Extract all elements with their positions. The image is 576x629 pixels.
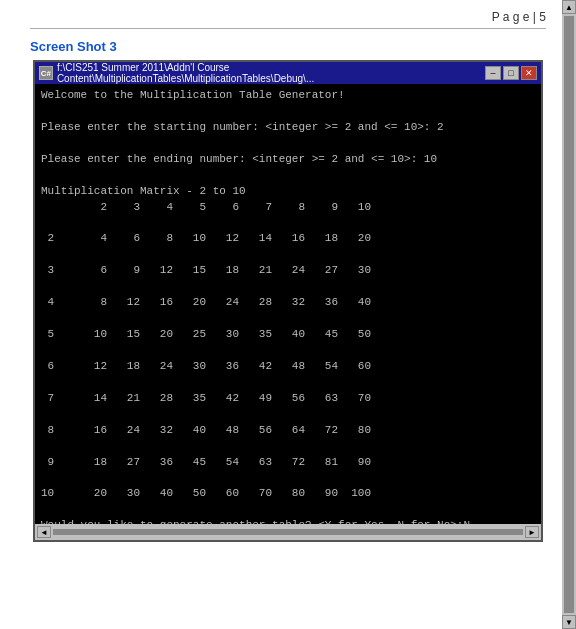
app-icon: C# xyxy=(39,66,53,80)
console-area: Welcome to the Multiplication Table Gene… xyxy=(35,84,541,524)
page-container: P a g e | 5 Screen Shot 3 C# f:\CIS251 S… xyxy=(0,0,576,629)
window-controls: – □ ✕ xyxy=(485,66,537,80)
scroll-track xyxy=(564,16,574,613)
close-button[interactable]: ✕ xyxy=(521,66,537,80)
h-scroll-track xyxy=(53,529,523,535)
section-title: Screen Shot 3 xyxy=(30,39,546,54)
title-bar: C# f:\CIS251 Summer 2011\Addn'l Course C… xyxy=(35,62,541,84)
page-number: P a g e | 5 xyxy=(30,10,546,29)
maximize-button[interactable]: □ xyxy=(503,66,519,80)
scroll-down-button[interactable]: ▼ xyxy=(562,615,576,629)
console-output: Welcome to the Multiplication Table Gene… xyxy=(35,84,541,524)
scroll-left-button[interactable]: ◄ xyxy=(37,526,51,538)
vertical-scrollbar[interactable]: ▲ ▼ xyxy=(562,0,576,629)
title-bar-path: f:\CIS251 Summer 2011\Addn'l Course Cont… xyxy=(57,62,485,84)
console-window: C# f:\CIS251 Summer 2011\Addn'l Course C… xyxy=(33,60,543,542)
console-text: Welcome to the Multiplication Table Gene… xyxy=(41,88,535,524)
horizontal-scrollbar[interactable]: ◄ ► xyxy=(35,524,541,540)
minimize-button[interactable]: – xyxy=(485,66,501,80)
scroll-up-button[interactable]: ▲ xyxy=(562,0,576,14)
title-bar-left: C# f:\CIS251 Summer 2011\Addn'l Course C… xyxy=(39,62,485,84)
scroll-right-button[interactable]: ► xyxy=(525,526,539,538)
